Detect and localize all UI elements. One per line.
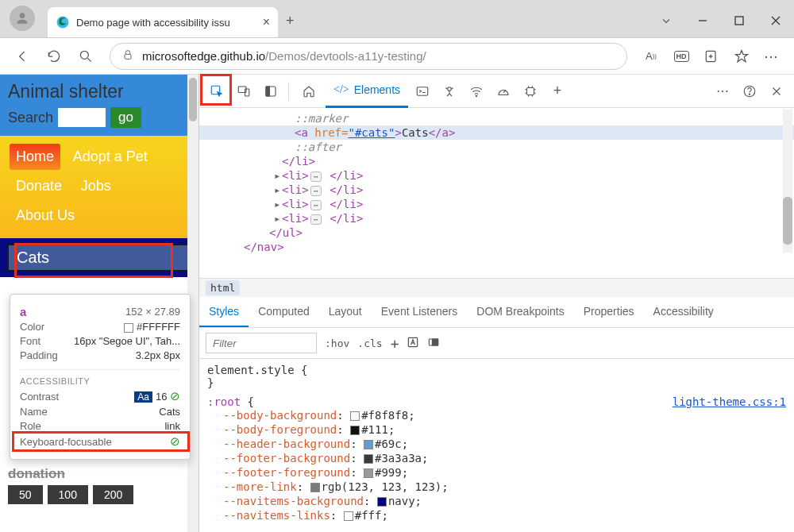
- edge-favicon: [56, 15, 70, 29]
- donate-100[interactable]: 100: [48, 485, 88, 504]
- welcome-tab[interactable]: [294, 75, 324, 108]
- page-header: Animal shelter Search go: [0, 75, 198, 136]
- svg-point-18: [476, 95, 477, 97]
- donate-200[interactable]: 200: [93, 485, 133, 504]
- device-button[interactable]: [231, 79, 256, 104]
- url-text: microsoftedge.github.io/Demos/devtools-a…: [142, 49, 426, 63]
- more-icon[interactable]: ⋯: [757, 42, 786, 71]
- browser-tab[interactable]: Demo page with accessibility issu ×: [48, 7, 278, 37]
- cls-button[interactable]: .cls: [357, 337, 382, 349]
- flex-editor-icon[interactable]: [427, 336, 440, 351]
- css-declaration[interactable]: --body-background: #f8f8f8;: [207, 408, 786, 422]
- font-editor-icon[interactable]: [407, 336, 419, 351]
- performance-icon[interactable]: [491, 79, 516, 104]
- tab-layout[interactable]: Layout: [319, 297, 372, 327]
- elements-tab[interactable]: </>Elements: [326, 75, 408, 108]
- tab-title: Demo page with accessibility issu: [76, 17, 256, 29]
- filter-input[interactable]: [206, 333, 317, 353]
- svg-point-22: [749, 94, 750, 94]
- svg-rect-3: [735, 17, 743, 25]
- close-devtools-icon[interactable]: [764, 79, 789, 104]
- close-tab-icon[interactable]: ×: [263, 15, 270, 29]
- tab-computed[interactable]: Computed: [249, 297, 319, 327]
- sources-icon[interactable]: [437, 79, 462, 104]
- tab-breakpoints[interactable]: DOM Breakpoints: [467, 297, 573, 327]
- hov-button[interactable]: :hov: [325, 337, 349, 349]
- nav-donate[interactable]: Donate: [10, 173, 68, 199]
- css-declaration[interactable]: --header-background: #69c;: [207, 437, 786, 451]
- svg-point-0: [20, 13, 25, 18]
- devtools-toolbar: </>Elements + ⋯: [199, 75, 794, 108]
- site-title: Animal shelter: [8, 81, 191, 102]
- new-rule-icon[interactable]: +: [391, 335, 399, 352]
- tab-styles[interactable]: Styles: [199, 297, 249, 327]
- dom-tree[interactable]: ::marker <a href="#cats">Cats</a> ::afte…: [199, 108, 794, 278]
- tab-listeners[interactable]: Event Listeners: [372, 297, 468, 327]
- chevron-down-icon[interactable]: [657, 12, 675, 29]
- go-button[interactable]: go: [110, 107, 141, 128]
- css-declaration[interactable]: --more-link: rgb(123, 123, 123);: [207, 480, 786, 494]
- svg-rect-20: [527, 87, 534, 94]
- cats-section: Cats: [0, 238, 198, 277]
- svg-rect-7: [125, 54, 131, 59]
- css-declaration[interactable]: --body-foreground: #111;: [207, 422, 786, 437]
- css-source-link[interactable]: light-theme.css:1: [673, 395, 786, 408]
- help-icon[interactable]: [737, 79, 762, 104]
- more-tabs[interactable]: +: [545, 79, 570, 104]
- devtools: </>Elements + ⋯ ::marker <a href="#cats"…: [198, 75, 794, 532]
- css-declaration[interactable]: --footer-foreground: #999;: [207, 465, 786, 480]
- css-declaration[interactable]: --navitems-links: #fff;: [207, 508, 786, 522]
- css-declaration[interactable]: --footer-background: #3a3a3a;: [207, 451, 786, 465]
- network-icon[interactable]: [464, 79, 489, 104]
- console-icon[interactable]: [410, 79, 435, 104]
- favorite-icon[interactable]: [727, 42, 756, 71]
- nav-about[interactable]: About Us: [10, 202, 81, 229]
- donation-heading: donation: [0, 460, 198, 485]
- url-input[interactable]: microsoftedge.github.io/Demos/devtools-a…: [110, 43, 627, 70]
- nav-menu: Home Adopt a Pet Donate Jobs About Us: [0, 136, 198, 238]
- new-tab-button[interactable]: +: [286, 13, 295, 29]
- cats-link[interactable]: Cats: [8, 245, 191, 271]
- css-declaration[interactable]: --navitems-background: navy;: [207, 494, 786, 508]
- svg-rect-27: [433, 339, 438, 345]
- nav-adopt[interactable]: Adopt a Pet: [67, 144, 154, 170]
- dom-selected-node[interactable]: <a href="#cats">Cats</a>: [199, 125, 794, 140]
- donate-50[interactable]: 50: [8, 485, 43, 504]
- styles-toolbar: :hov .cls +: [199, 328, 794, 359]
- search-button[interactable]: [71, 42, 100, 71]
- nav-home[interactable]: Home: [10, 144, 60, 170]
- lock-icon: [121, 48, 134, 64]
- collections-icon[interactable]: [697, 42, 726, 71]
- tab-properties[interactable]: Properties: [574, 297, 644, 327]
- styles-tabs: Styles Computed Layout Event Listeners D…: [199, 297, 794, 328]
- read-aloud-icon[interactable]: A)): [637, 42, 665, 71]
- search-label: Search: [8, 110, 53, 126]
- nav-jobs[interactable]: Jobs: [75, 173, 118, 199]
- breadcrumb[interactable]: html: [199, 278, 794, 297]
- devtools-more-icon[interactable]: ⋯: [710, 79, 735, 104]
- titlebar: Demo page with accessibility issu × +: [0, 0, 794, 38]
- svg-rect-15: [266, 87, 270, 96]
- refresh-button[interactable]: [40, 42, 68, 71]
- minimize-button[interactable]: [694, 12, 711, 29]
- maximize-button[interactable]: [730, 12, 748, 29]
- address-bar: microsoftedge.github.io/Demos/devtools-a…: [0, 38, 794, 75]
- profile-button[interactable]: [10, 6, 35, 31]
- back-button[interactable]: [8, 42, 37, 71]
- styles-body[interactable]: element.style { } :root {light-theme.css…: [199, 359, 794, 532]
- search-input[interactable]: [58, 108, 106, 127]
- inspect-button[interactable]: [204, 79, 229, 104]
- tab-accessibility[interactable]: Accessibility: [644, 297, 723, 327]
- inspect-tooltip: a152 × 27.89 Color#FFFFFF Font16px "Sego…: [10, 294, 191, 460]
- svg-point-17: [448, 87, 452, 91]
- dock-button[interactable]: [258, 79, 283, 104]
- svg-point-6: [80, 51, 88, 59]
- memory-icon[interactable]: [518, 79, 543, 104]
- hd-icon[interactable]: HD: [667, 42, 696, 71]
- svg-rect-16: [417, 87, 428, 95]
- close-window-button[interactable]: [767, 12, 784, 29]
